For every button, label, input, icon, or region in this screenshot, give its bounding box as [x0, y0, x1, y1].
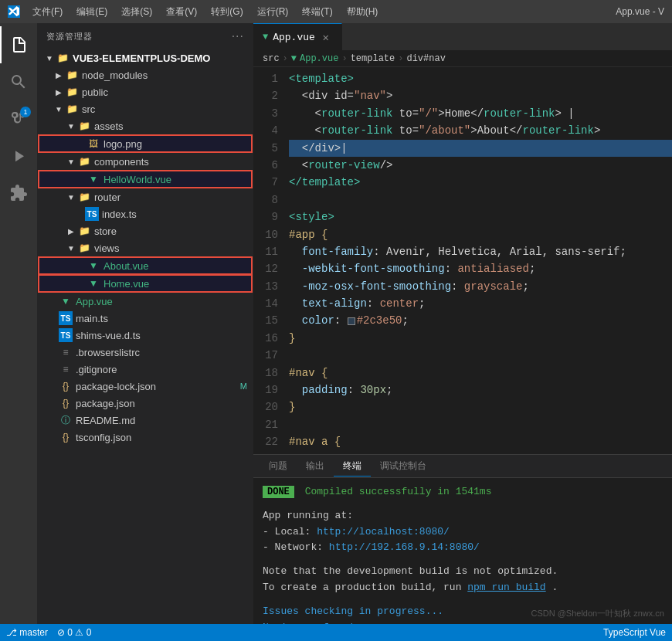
- sidebar-header: 资源管理器 ···: [37, 23, 253, 49]
- code-token: }: [289, 330, 295, 347]
- menu-select[interactable]: 选择(S): [115, 4, 158, 20]
- menu-run[interactable]: 运行(R): [251, 4, 295, 20]
- code-line-13: -moz-osx-font-smoothing: grayscale;: [289, 278, 672, 295]
- breadcrumb-appvue[interactable]: App.vue: [300, 53, 338, 64]
- pkg-no-arrow: [53, 397, 59, 409]
- tree-item-store[interactable]: ▶ 📁 store: [37, 222, 253, 239]
- menu-bar[interactable]: 文件(F) 编辑(E) 选择(S) 查看(V) 转到(G) 运行(R) 终端(T…: [26, 4, 616, 20]
- terminal-app-running: App running at:: [263, 508, 663, 524]
- terminal-done-line: DONE Compiled successfully in 1541ms: [263, 484, 663, 500]
- debug-activity-icon[interactable]: [0, 137, 37, 175]
- menu-goto[interactable]: 转到(G): [205, 4, 249, 20]
- browsers-label: .browserslistrc: [76, 347, 140, 358]
- public-arrow-icon: ▶: [53, 86, 65, 98]
- extensions-activity-icon[interactable]: [0, 175, 37, 212]
- terminal-content[interactable]: DONE Compiled successfully in 1541ms App…: [253, 478, 672, 624]
- terminal-network-url[interactable]: http://192.168.9.14:8080/: [329, 541, 480, 553]
- code-content: <template> <div id="nav"> <router-link t…: [286, 67, 672, 454]
- panel-tab-output[interactable]: 输出: [297, 456, 334, 476]
- code-editor[interactable]: 12345 678910 1112131415 1617181920 21222…: [253, 67, 672, 454]
- breadcrumb-src[interactable]: src: [263, 53, 280, 64]
- tree-item-App.vue[interactable]: ▼ App.vue: [37, 293, 253, 310]
- pkglock-no-arrow: [53, 380, 59, 392]
- tree-item-main.ts[interactable]: TS main.ts: [37, 310, 253, 327]
- views-label: views: [94, 242, 120, 254]
- tree-item-node_modules[interactable]: ▶ 📁 node_modules: [37, 66, 253, 83]
- code-line-8: [289, 192, 672, 209]
- tree-item-index.ts[interactable]: TS index.ts: [37, 205, 253, 222]
- code-line-19: padding: 30px;: [289, 382, 672, 399]
- tree-item-HelloWorld.vue[interactable]: ▼ HelloWorld.vue: [39, 171, 252, 188]
- code-line-4: <router-link to="/about">About</router-l…: [289, 122, 672, 139]
- code-line-9: <style>: [289, 209, 672, 226]
- menu-file[interactable]: 文件(F): [26, 4, 69, 20]
- search-activity-icon[interactable]: [0, 63, 37, 100]
- node_modules-arrow-icon: ▶: [53, 69, 65, 81]
- status-errors[interactable]: ⊘ 0 ⚠ 0: [57, 627, 91, 638]
- breadcrumb: src › ▼ App.vue › template › div#nav: [253, 50, 672, 67]
- components-label: components: [94, 156, 149, 168]
- tree-item-package-lock.json[interactable]: {} package-lock.json M: [37, 378, 253, 395]
- code-token: <router-link to="/">Home</router-link> |: [289, 105, 575, 122]
- tab-close-icon[interactable]: ✕: [320, 31, 332, 44]
- gitignore-label: .gitignore: [76, 364, 117, 375]
- panel-tab-debug-console[interactable]: 调试控制台: [371, 456, 436, 476]
- status-branch[interactable]: ⎇ master: [6, 627, 48, 638]
- menu-edit[interactable]: 编辑(E): [70, 4, 114, 20]
- sidebar-more-icon[interactable]: ···: [232, 29, 244, 43]
- files-activity-icon[interactable]: [0, 26, 37, 63]
- terminal-local-url[interactable]: http://localhost:8080/: [317, 526, 450, 538]
- tree-item-components[interactable]: ▼ 📁 components: [37, 153, 253, 170]
- window-title: App.vue - V: [616, 6, 664, 17]
- code-line-17: [289, 347, 672, 364]
- breadcrumb-template[interactable]: template: [351, 53, 395, 64]
- terminal-npm-cmd[interactable]: npm run build: [467, 582, 545, 593]
- title-bar: 文件(F) 编辑(E) 选择(S) 查看(V) 转到(G) 运行(R) 终端(T…: [0, 0, 672, 23]
- tree-item-assets[interactable]: ▼ 📁 assets: [37, 117, 253, 134]
- tree-item-package.json[interactable]: {} package.json: [37, 395, 253, 412]
- code-line-18: #nav {: [289, 365, 672, 382]
- code-token: }: [289, 399, 295, 415]
- tree-item-views[interactable]: ▼ 📁 views: [37, 239, 253, 256]
- code-token: <router-view/>: [289, 157, 392, 174]
- code-line-15: color: #2c3e50;: [289, 312, 672, 329]
- terminal-local-line: - Local: http://localhost:8080/: [263, 524, 663, 541]
- terminal-note2-line: To create a production build, run npm ru…: [263, 580, 663, 596]
- tree-item-root[interactable]: ▼ 📁 VUE3-ELEMENTPLUS-DEMO: [37, 49, 253, 66]
- tree-item-.browserslistrc[interactable]: ≡ .browserslistrc: [37, 344, 253, 361]
- tree-item-.gitignore[interactable]: ≡ .gitignore: [37, 361, 253, 378]
- maints-label: main.ts: [76, 313, 108, 324]
- breadcrumb-divnav[interactable]: div#nav: [406, 53, 445, 64]
- menu-terminal[interactable]: 终端(T): [296, 4, 338, 20]
- tree-item-router[interactable]: ▼ 📁 router: [37, 188, 253, 205]
- tree-item-Home.vue[interactable]: ▼ Home.vue: [39, 275, 252, 292]
- pkglock-git-badge: M: [240, 382, 247, 391]
- shimsvue-no-arrow: [53, 329, 59, 341]
- code-token: <style>: [289, 209, 334, 226]
- assets-arrow-icon: ▼: [65, 120, 77, 132]
- about-file-icon: ▼: [87, 259, 100, 273]
- panel-tab-issues[interactable]: 问题: [260, 456, 297, 476]
- readme-label: README.md: [76, 415, 135, 426]
- pkglock-file-icon: {}: [59, 379, 73, 393]
- terminal-network-line: - Network: http://192.168.9.14:8080/: [263, 540, 663, 556]
- terminal-note2-end: .: [552, 582, 558, 593]
- code-token: font-family: Avenir, Helvetica, Arial, s…: [289, 243, 626, 260]
- code-line-6: <router-view/>: [289, 157, 672, 174]
- tree-item-src[interactable]: ▼ 📁 src: [37, 100, 253, 117]
- menu-view[interactable]: 查看(V): [160, 4, 203, 20]
- tree-item-README.md[interactable]: ⓘ README.md: [37, 412, 253, 429]
- tree-item-About.vue[interactable]: ▼ About.vue: [39, 257, 252, 274]
- tree-item-tsconfig.json[interactable]: {} tsconfig.json: [37, 429, 253, 446]
- source-control-activity-icon[interactable]: 1: [0, 100, 37, 137]
- tree-item-shims-vue.d.ts[interactable]: TS shims-vue.d.ts: [37, 327, 253, 344]
- tab-app-vue[interactable]: ▼ App.vue ✕: [253, 23, 342, 50]
- pkg-file-icon: {}: [59, 396, 73, 410]
- root-folder-icon: 📁: [56, 51, 70, 65]
- code-line-20: }: [289, 399, 672, 415]
- tree-item-public[interactable]: ▶ 📁 public: [37, 83, 253, 100]
- menu-help[interactable]: 帮助(H): [341, 4, 385, 20]
- tree-item-logo.png[interactable]: 🖼 logo.png: [39, 135, 252, 152]
- panel-tab-terminal[interactable]: 终端: [334, 456, 371, 477]
- status-lang[interactable]: TypeScript Vue: [603, 627, 666, 638]
